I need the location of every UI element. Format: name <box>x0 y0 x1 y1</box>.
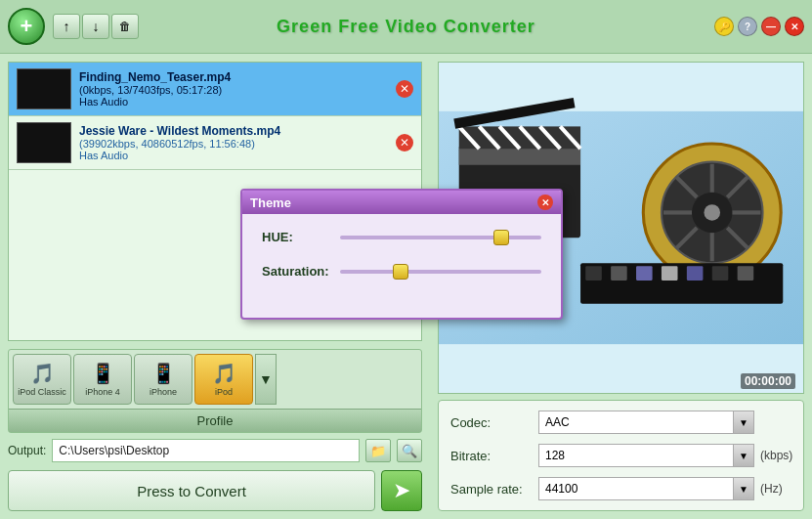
svg-rect-29 <box>712 266 729 281</box>
output-row: Output: 📁 🔍 <box>8 439 422 462</box>
hue-slider-thumb[interactable] <box>493 230 509 245</box>
convert-button[interactable]: Press to Convert <box>8 470 375 511</box>
browse-folder-button[interactable]: 📁 <box>365 439 391 462</box>
file-item[interactable]: Jessie Ware - Wildest Moments.mp4 (39902… <box>9 116 421 170</box>
device-icons: 🎵 iPod Classic 📱 iPhone 4 📱 iPhone 🎵 iPo… <box>9 350 421 409</box>
profile-row: 🎵 iPod Classic 📱 iPhone 4 📱 iPhone 🎵 iPo… <box>8 349 422 433</box>
svg-rect-24 <box>585 266 602 281</box>
add-button[interactable]: + <box>8 8 45 45</box>
file-item[interactable]: Finding_Nemo_Teaser.mp4 (0kbps, 13/7403f… <box>9 63 421 116</box>
device-iphone4[interactable]: 📱 iPhone 4 <box>73 354 132 405</box>
file-thumbnail <box>17 68 71 109</box>
samplerate-label: Sample rate: <box>450 482 538 497</box>
theme-dialog: Theme ✕ HUE: Saturation: <box>240 189 563 320</box>
file-audio: Has Audio <box>79 96 413 108</box>
app-title: Green Free Video Converter <box>277 17 535 37</box>
device-ipod-classic[interactable]: 🎵 iPod Classic <box>13 354 71 405</box>
audio-settings-panel: Codec: AAC MP3 OGG AC3 ▼ Bitrate: 64 <box>438 400 804 511</box>
saturation-label: Saturation: <box>262 264 340 279</box>
file-audio: Has Audio <box>79 150 413 161</box>
file-info: Finding_Nemo_Teaser.mp4 (0kbps, 13/7403f… <box>79 70 413 108</box>
device-label: iPhone 4 <box>85 387 120 397</box>
minimize-button[interactable]: — <box>761 17 781 36</box>
hue-slider-track[interactable] <box>340 236 541 239</box>
bitrate-unit: (kbps) <box>760 449 791 462</box>
device-label: iPod Classic <box>18 387 66 397</box>
svg-point-14 <box>704 204 720 221</box>
saturation-slider-thumb[interactable] <box>393 264 408 280</box>
file-name: Finding_Nemo_Teaser.mp4 <box>79 70 413 84</box>
nav-buttons: ↑ ↓ 🗑 <box>53 14 139 39</box>
ipod-classic-icon: 🎵 <box>30 362 55 385</box>
codec-select-wrap: AAC MP3 OGG AC3 ▼ <box>538 411 754 434</box>
iphone4-icon: 📱 <box>91 362 115 385</box>
device-label: iPod <box>215 387 233 397</box>
ipod-icon: 🎵 <box>212 362 236 385</box>
convert-arrow-button[interactable]: ➤ <box>381 470 422 511</box>
bitrate-select-wrap: 64 96 128 192 256 320 ▼ <box>538 444 754 467</box>
theme-title-bar: Theme ✕ <box>242 191 561 214</box>
svg-rect-30 <box>738 266 754 281</box>
theme-title: Theme <box>250 195 291 210</box>
svg-rect-26 <box>636 266 653 281</box>
bitrate-label: Bitrate: <box>450 449 538 463</box>
time-display: 00:00:00 <box>741 373 795 389</box>
file-info: Jessie Ware - Wildest Moments.mp4 (39902… <box>79 124 413 161</box>
file-remove-button[interactable]: ✕ <box>396 134 413 151</box>
file-name: Jessie Ware - Wildest Moments.mp4 <box>79 124 413 138</box>
codec-label: Codec: <box>450 415 538 430</box>
samplerate-row: Sample rate: 22050 44100 48000 ▼ (Hz) <box>450 477 791 500</box>
output-path-input[interactable] <box>52 439 360 462</box>
samplerate-select[interactable]: 22050 44100 48000 <box>538 477 754 500</box>
output-label: Output: <box>8 444 46 457</box>
win-btn-icon[interactable]: 🔑 <box>714 17 734 36</box>
top-bar: + ↑ ↓ 🗑 Green Free Video Converter 🔑 ? —… <box>0 0 812 54</box>
codec-row: Codec: AAC MP3 OGG AC3 ▼ <box>450 411 791 434</box>
bitrate-select[interactable]: 64 96 128 192 256 320 <box>538 444 754 467</box>
theme-close-button[interactable]: ✕ <box>537 195 553 210</box>
svg-rect-25 <box>611 266 627 281</box>
device-iphone[interactable]: 📱 iPhone <box>134 354 192 405</box>
samplerate-select-wrap: 22050 44100 48000 ▼ <box>538 477 754 500</box>
convert-button-label: Press to Convert <box>137 483 246 499</box>
nav-up-button[interactable]: ↑ <box>53 14 80 39</box>
file-meta: (0kbps, 13/7403fps, 05:17:28) <box>79 84 413 96</box>
bitrate-row: Bitrate: 64 96 128 192 256 320 ▼ (kbps) <box>450 444 791 467</box>
profile-label: Profile <box>9 409 421 432</box>
samplerate-unit: (Hz) <box>760 482 791 496</box>
svg-rect-28 <box>687 266 704 281</box>
nav-down-button[interactable]: ↓ <box>82 14 109 39</box>
iphone-icon: 📱 <box>151 362 176 385</box>
codec-select[interactable]: AAC MP3 OGG AC3 <box>538 411 754 434</box>
device-ipod[interactable]: 🎵 iPod <box>194 354 253 405</box>
saturation-row: Saturation: <box>262 264 541 279</box>
theme-body: HUE: Saturation: <box>242 214 561 318</box>
hue-label: HUE: <box>262 230 340 244</box>
convert-row: Press to Convert ➤ <box>8 470 422 511</box>
device-scroll-arrow[interactable]: ▼ <box>255 354 277 405</box>
file-remove-button[interactable]: ✕ <box>396 80 413 98</box>
saturation-slider-track[interactable] <box>340 270 541 274</box>
help-button[interactable]: ? <box>738 17 757 36</box>
search-button[interactable]: 🔍 <box>397 439 422 462</box>
file-meta: (39902kbps, 40860512fps, 11:56:48) <box>79 138 413 150</box>
close-button[interactable]: ✕ <box>785 17 804 36</box>
nav-delete-button[interactable]: 🗑 <box>111 14 139 39</box>
window-buttons: 🔑 ? — ✕ <box>714 17 804 36</box>
file-thumbnail <box>17 122 71 163</box>
svg-rect-27 <box>662 266 678 281</box>
device-label: iPhone <box>150 387 177 397</box>
hue-row: HUE: <box>262 230 541 244</box>
convert-arrow-icon: ➤ <box>393 478 410 503</box>
